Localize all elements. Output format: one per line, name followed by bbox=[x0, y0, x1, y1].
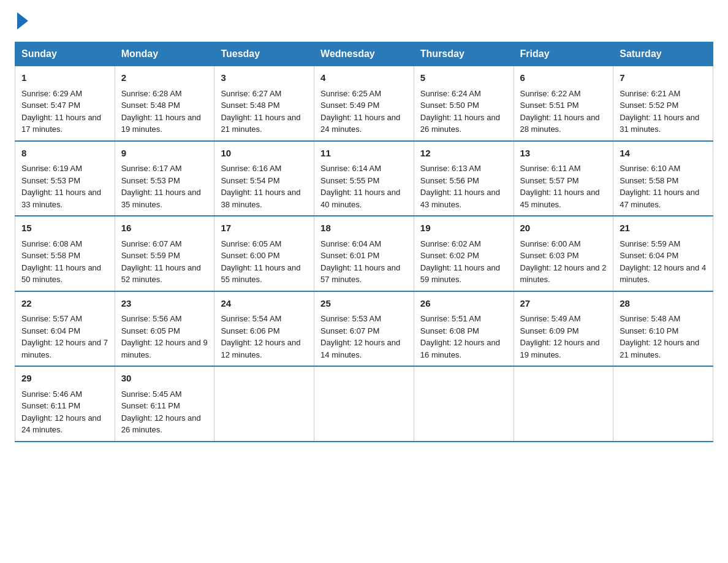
week-row-2: 8 Sunrise: 6:19 AMSunset: 5:53 PMDayligh… bbox=[15, 141, 713, 216]
day-info: Sunrise: 6:28 AMSunset: 5:48 PMDaylight:… bbox=[121, 89, 201, 134]
day-of-week-sunday: Sunday bbox=[15, 42, 115, 66]
calendar-cell: 11 Sunrise: 6:14 AMSunset: 5:55 PMDaylig… bbox=[314, 141, 414, 216]
day-number: 30 bbox=[121, 372, 208, 386]
day-info: Sunrise: 6:29 AMSunset: 5:47 PMDaylight:… bbox=[21, 89, 101, 134]
calendar-cell: 24 Sunrise: 5:54 AMSunset: 6:06 PMDaylig… bbox=[214, 291, 314, 367]
calendar-body: 1 Sunrise: 6:29 AMSunset: 5:47 PMDayligh… bbox=[15, 66, 713, 442]
day-number: 17 bbox=[221, 221, 308, 236]
day-number: 7 bbox=[620, 71, 707, 85]
day-number: 3 bbox=[221, 71, 308, 85]
day-number: 21 bbox=[620, 221, 707, 236]
calendar-cell: 27 Sunrise: 5:49 AMSunset: 6:09 PMDaylig… bbox=[514, 291, 613, 367]
calendar-cell: 16 Sunrise: 6:07 AMSunset: 5:59 PMDaylig… bbox=[115, 216, 214, 291]
day-number: 15 bbox=[21, 221, 108, 236]
calendar-cell: 12 Sunrise: 6:13 AMSunset: 5:56 PMDaylig… bbox=[414, 141, 514, 216]
calendar-cell: 7 Sunrise: 6:21 AMSunset: 5:52 PMDayligh… bbox=[613, 66, 713, 141]
calendar-cell: 29 Sunrise: 5:46 AMSunset: 6:11 PMDaylig… bbox=[15, 366, 115, 442]
day-number: 1 bbox=[21, 71, 108, 85]
day-info: Sunrise: 6:27 AMSunset: 5:48 PMDaylight:… bbox=[221, 89, 300, 134]
calendar-cell bbox=[214, 366, 314, 442]
day-number: 6 bbox=[520, 71, 607, 85]
day-info: Sunrise: 5:57 AMSunset: 6:04 PMDaylight:… bbox=[21, 314, 108, 359]
calendar-cell: 18 Sunrise: 6:04 AMSunset: 6:01 PMDaylig… bbox=[314, 216, 414, 291]
week-row-1: 1 Sunrise: 6:29 AMSunset: 5:47 PMDayligh… bbox=[15, 66, 713, 141]
calendar-cell: 9 Sunrise: 6:17 AMSunset: 5:53 PMDayligh… bbox=[115, 141, 214, 216]
day-number: 14 bbox=[620, 147, 707, 161]
day-info: Sunrise: 6:14 AMSunset: 5:55 PMDaylight:… bbox=[320, 164, 400, 209]
calendar-cell: 20 Sunrise: 6:00 AMSunset: 6:03 PMDaylig… bbox=[514, 216, 613, 291]
day-info: Sunrise: 5:51 AMSunset: 6:08 PMDaylight:… bbox=[420, 314, 500, 359]
day-number: 24 bbox=[221, 297, 308, 311]
day-info: Sunrise: 6:25 AMSunset: 5:49 PMDaylight:… bbox=[320, 89, 400, 134]
day-number: 10 bbox=[221, 147, 308, 161]
day-info: Sunrise: 6:05 AMSunset: 6:00 PMDaylight:… bbox=[221, 239, 300, 285]
day-number: 9 bbox=[121, 147, 208, 161]
day-info: Sunrise: 5:48 AMSunset: 6:10 PMDaylight:… bbox=[620, 314, 699, 359]
calendar-cell bbox=[414, 366, 514, 442]
calendar-table: SundayMondayTuesdayWednesdayThursdayFrid… bbox=[15, 42, 713, 442]
day-info: Sunrise: 5:45 AMSunset: 6:11 PMDaylight:… bbox=[121, 389, 201, 435]
week-row-4: 22 Sunrise: 5:57 AMSunset: 6:04 PMDaylig… bbox=[15, 291, 713, 367]
calendar-cell: 8 Sunrise: 6:19 AMSunset: 5:53 PMDayligh… bbox=[15, 141, 115, 216]
calendar-cell: 1 Sunrise: 6:29 AMSunset: 5:47 PMDayligh… bbox=[15, 66, 115, 141]
calendar-cell: 2 Sunrise: 6:28 AMSunset: 5:48 PMDayligh… bbox=[115, 66, 214, 141]
day-number: 28 bbox=[620, 297, 707, 311]
day-info: Sunrise: 6:00 AMSunset: 6:03 PMDaylight:… bbox=[520, 239, 607, 285]
day-info: Sunrise: 5:49 AMSunset: 6:09 PMDaylight:… bbox=[520, 314, 600, 359]
day-info: Sunrise: 6:24 AMSunset: 5:50 PMDaylight:… bbox=[420, 89, 500, 134]
calendar-cell bbox=[514, 366, 613, 442]
day-number: 29 bbox=[21, 372, 108, 386]
calendar-cell: 17 Sunrise: 6:05 AMSunset: 6:00 PMDaylig… bbox=[214, 216, 314, 291]
page-header bbox=[15, 15, 713, 29]
day-info: Sunrise: 6:13 AMSunset: 5:56 PMDaylight:… bbox=[420, 164, 500, 209]
day-info: Sunrise: 6:08 AMSunset: 5:58 PMDaylight:… bbox=[21, 239, 101, 285]
day-of-week-saturday: Saturday bbox=[613, 42, 713, 66]
days-of-week-row: SundayMondayTuesdayWednesdayThursdayFrid… bbox=[15, 42, 713, 66]
day-number: 19 bbox=[420, 221, 507, 236]
day-of-week-friday: Friday bbox=[514, 42, 613, 66]
day-info: Sunrise: 6:02 AMSunset: 6:02 PMDaylight:… bbox=[420, 239, 500, 285]
day-number: 11 bbox=[320, 147, 408, 161]
calendar-cell: 3 Sunrise: 6:27 AMSunset: 5:48 PMDayligh… bbox=[214, 66, 314, 141]
day-info: Sunrise: 6:07 AMSunset: 5:59 PMDaylight:… bbox=[121, 239, 201, 285]
day-number: 18 bbox=[320, 221, 408, 236]
logo-arrow-icon bbox=[17, 12, 28, 29]
calendar-cell: 5 Sunrise: 6:24 AMSunset: 5:50 PMDayligh… bbox=[414, 66, 514, 141]
calendar-cell: 14 Sunrise: 6:10 AMSunset: 5:58 PMDaylig… bbox=[613, 141, 713, 216]
day-info: Sunrise: 6:11 AMSunset: 5:57 PMDaylight:… bbox=[520, 164, 600, 209]
calendar-cell bbox=[314, 366, 414, 442]
day-of-week-thursday: Thursday bbox=[414, 42, 514, 66]
day-number: 27 bbox=[520, 297, 607, 311]
day-number: 5 bbox=[420, 71, 507, 85]
day-number: 23 bbox=[121, 297, 208, 311]
calendar-cell: 15 Sunrise: 6:08 AMSunset: 5:58 PMDaylig… bbox=[15, 216, 115, 291]
day-number: 25 bbox=[320, 297, 408, 311]
calendar-header: SundayMondayTuesdayWednesdayThursdayFrid… bbox=[15, 42, 713, 66]
day-of-week-tuesday: Tuesday bbox=[214, 42, 314, 66]
day-number: 16 bbox=[121, 221, 208, 236]
calendar-cell: 30 Sunrise: 5:45 AMSunset: 6:11 PMDaylig… bbox=[115, 366, 214, 442]
calendar-cell: 10 Sunrise: 6:16 AMSunset: 5:54 PMDaylig… bbox=[214, 141, 314, 216]
week-row-3: 15 Sunrise: 6:08 AMSunset: 5:58 PMDaylig… bbox=[15, 216, 713, 291]
calendar-cell: 21 Sunrise: 5:59 AMSunset: 6:04 PMDaylig… bbox=[613, 216, 713, 291]
day-info: Sunrise: 6:17 AMSunset: 5:53 PMDaylight:… bbox=[121, 164, 201, 209]
day-of-week-wednesday: Wednesday bbox=[314, 42, 414, 66]
calendar-cell: 13 Sunrise: 6:11 AMSunset: 5:57 PMDaylig… bbox=[514, 141, 613, 216]
calendar-cell: 28 Sunrise: 5:48 AMSunset: 6:10 PMDaylig… bbox=[613, 291, 713, 367]
week-row-5: 29 Sunrise: 5:46 AMSunset: 6:11 PMDaylig… bbox=[15, 366, 713, 442]
calendar-cell: 22 Sunrise: 5:57 AMSunset: 6:04 PMDaylig… bbox=[15, 291, 115, 367]
calendar-cell: 23 Sunrise: 5:56 AMSunset: 6:05 PMDaylig… bbox=[115, 291, 214, 367]
calendar-cell: 26 Sunrise: 5:51 AMSunset: 6:08 PMDaylig… bbox=[414, 291, 514, 367]
day-info: Sunrise: 5:53 AMSunset: 6:07 PMDaylight:… bbox=[320, 314, 400, 359]
day-info: Sunrise: 5:54 AMSunset: 6:06 PMDaylight:… bbox=[221, 314, 300, 359]
day-number: 22 bbox=[21, 297, 108, 311]
calendar-cell bbox=[613, 366, 713, 442]
logo bbox=[15, 15, 28, 29]
day-info: Sunrise: 6:04 AMSunset: 6:01 PMDaylight:… bbox=[320, 239, 400, 285]
day-number: 8 bbox=[21, 147, 108, 161]
day-number: 12 bbox=[420, 147, 507, 161]
day-number: 20 bbox=[520, 221, 607, 236]
day-number: 13 bbox=[520, 147, 607, 161]
day-info: Sunrise: 5:56 AMSunset: 6:05 PMDaylight:… bbox=[121, 314, 208, 359]
day-info: Sunrise: 6:21 AMSunset: 5:52 PMDaylight:… bbox=[620, 89, 699, 134]
